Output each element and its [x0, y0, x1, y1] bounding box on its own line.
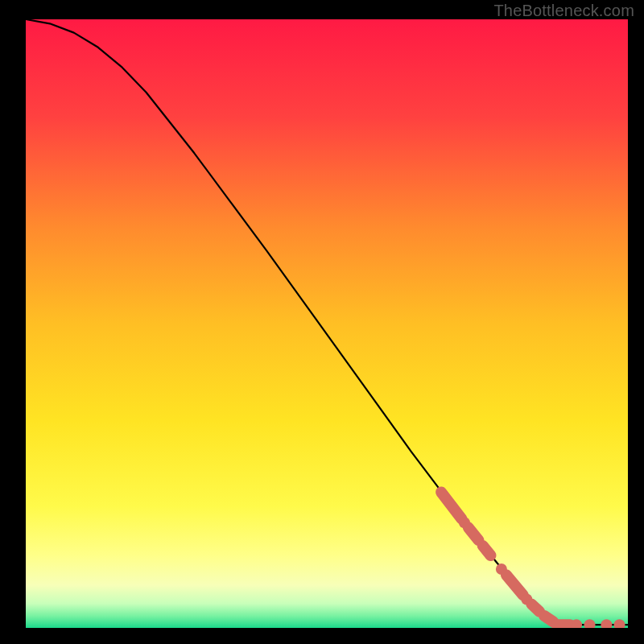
gradient-background [26, 19, 628, 628]
highlight-dash [544, 616, 553, 622]
watermark-text: TheBottleneck.com [493, 2, 634, 20]
plot-area [26, 19, 628, 628]
highlight-dash [531, 605, 539, 612]
highlight-dash [469, 527, 479, 540]
chart-svg [26, 19, 628, 628]
chart-stage: TheBottleneck.com [0, 0, 644, 644]
highlight-dash [483, 546, 491, 555]
